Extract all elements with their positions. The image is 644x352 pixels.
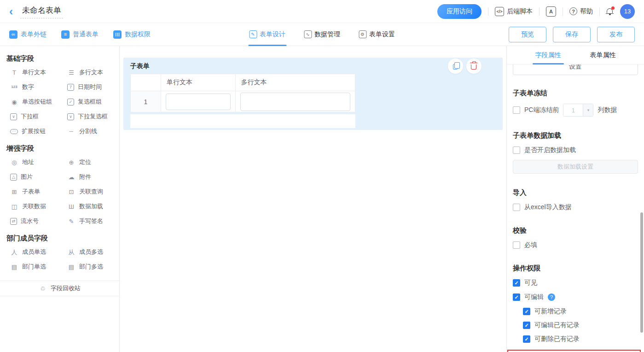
recycle-icon: ♲ (39, 286, 47, 292)
field-lookup-query[interactable]: ⊡关联查询 (67, 184, 119, 199)
tab-form-properties[interactable]: 表单属性 (590, 46, 616, 65)
field-member-multi[interactable]: 从成员多选 (67, 245, 119, 259)
crosshair-icon: ⊕ (67, 159, 75, 165)
notification-bell-icon[interactable] (606, 8, 614, 15)
checkbox-required[interactable] (513, 241, 520, 249)
field-attachment[interactable]: ☁附件 (67, 170, 119, 184)
field-datetime[interactable]: 7日期时间 (67, 80, 119, 94)
field-divider-line[interactable]: ┄分割线 (67, 124, 119, 139)
field-member-single[interactable]: 人成员单选 (10, 245, 62, 259)
link-icon: ∞ (9, 30, 17, 39)
field-signature[interactable]: ✎手写签名 (67, 214, 119, 229)
checkbox-can-add-record[interactable] (523, 308, 530, 315)
multi-dropdown-icon: ∨ (67, 113, 74, 120)
checkbox-excel-import[interactable] (513, 204, 520, 211)
field-address[interactable]: ◎地址 (10, 155, 62, 170)
divider (599, 7, 600, 16)
normal-form-button[interactable]: ≡ 普通表单 (61, 30, 99, 39)
divider (563, 7, 563, 16)
address-book-icon[interactable]: A (546, 6, 556, 17)
tab-data-management[interactable]: ∿ 数据管理 (303, 23, 341, 46)
trash-icon (471, 65, 476, 70)
subform-table: 单行文本 多行文本 1 (130, 74, 355, 112)
column-header-multi-line: 多行文本 (235, 74, 355, 91)
field-data-load[interactable]: Ш数据加载 (67, 199, 119, 214)
checkbox-enable-data-load[interactable] (513, 147, 520, 154)
field-serial-number[interactable]: ⇄流水号 (10, 214, 62, 229)
field-checkbox-group[interactable]: ✓复选框组 (67, 94, 119, 109)
multi-line-text-input[interactable] (240, 93, 350, 111)
field-linked-data[interactable]: ◫关联数据 (10, 199, 62, 214)
field-multi-line-text[interactable]: ☰多行文本 (67, 65, 119, 80)
tab-form-design[interactable]: ✎ 表单设计 (248, 23, 286, 46)
publish-button[interactable]: 发布 (597, 27, 635, 42)
field-image[interactable]: △图片 (10, 170, 62, 184)
cloud-upload-icon: ☁ (67, 174, 75, 180)
delete-widget-button[interactable] (466, 59, 482, 74)
tab-form-settings[interactable]: ⚙ 表单设置 (358, 23, 396, 46)
gear-icon: ⚙ (359, 30, 366, 38)
validation-title: 校验 (513, 226, 638, 235)
field-multi-select[interactable]: ∨下拉复选框 (67, 109, 119, 124)
data-permission-button[interactable]: ☰ 数据权限 (113, 30, 151, 39)
row-index: 1 (131, 91, 161, 112)
panel-scrollbar[interactable] (640, 212, 643, 333)
single-line-text-input[interactable] (166, 94, 231, 110)
app-access-button[interactable]: 应用访问 (437, 4, 482, 19)
freeze-column-select[interactable]: 1 ▾ (563, 104, 593, 117)
department-icon: ▤ (10, 264, 18, 270)
duplicate-widget-button[interactable] (448, 59, 463, 74)
text-icon: T (10, 70, 18, 76)
question-icon: ? (569, 7, 577, 15)
divider (539, 7, 540, 16)
back-icon[interactable]: ‹ (9, 6, 13, 17)
data-load-settings-button[interactable]: 数据加载设置 (513, 160, 638, 174)
field-location[interactable]: ⊕定位 (67, 155, 119, 170)
avatar[interactable]: 13 (620, 4, 635, 19)
field-dept-single[interactable]: ▤部门单选 (10, 259, 62, 274)
field-radio-group[interactable]: ◉单选按钮组 (10, 94, 62, 109)
field-recycle-bin[interactable]: ♲ 字段回收站 (0, 281, 119, 296)
checkbox-editable[interactable] (513, 293, 520, 301)
field-dept-multi[interactable]: ▤部门多选 (67, 259, 119, 274)
people-icon: 从 (67, 249, 75, 255)
subform-freeze-title: 子表单冻结 (513, 89, 638, 98)
linked-data-icon: ◫ (10, 204, 18, 210)
backend-script-button[interactable]: </> 后端脚本 (495, 7, 533, 16)
departments-icon: ▤ (67, 264, 75, 270)
design-icon: ✎ (249, 30, 257, 38)
code-icon: </> (495, 7, 504, 16)
subform-widget-selected[interactable]: 子表单 单行文本 多行文本 1 (123, 58, 503, 130)
app-header: ‹ 未命名表单 应用访问 </> 后端脚本 A ? 帮助 13 (0, 0, 644, 23)
mobile-display-style-highlight: 移动端显示样式 纵向展开显示 横向表格显示 (507, 350, 641, 352)
operation-permission-title: 操作权限 (513, 264, 638, 273)
checkbox-pc-freeze[interactable] (513, 106, 520, 114)
question-icon[interactable]: ? (548, 293, 555, 301)
field-number[interactable]: 123数字 (10, 80, 62, 94)
settings-button-clipped[interactable]: 设置 (513, 65, 638, 75)
table-row: 1 (131, 91, 355, 112)
section-title-enhanced-fields: 增强字段 (0, 144, 119, 155)
tab-field-properties[interactable]: 字段属性 (535, 46, 561, 65)
preview-button[interactable]: 预览 (509, 27, 546, 42)
checkbox-can-edit-record[interactable] (523, 322, 530, 329)
save-button[interactable]: 保存 (553, 27, 591, 42)
subform-widget-title: 子表单 (130, 62, 496, 70)
form-external-link-button[interactable]: ∞ 表单外链 (9, 30, 46, 39)
help-button[interactable]: ? 帮助 (569, 7, 593, 16)
field-single-line-text[interactable]: T单行文本 (10, 65, 62, 80)
document-icon: ≡ (61, 30, 70, 39)
field-palette: 基础字段 T单行文本 ☰多行文本 123数字 7日期时间 ◉单选按钮组 ✓复选框… (0, 46, 120, 352)
column-header-single-line: 单行文本 (161, 74, 235, 91)
search-link-icon: ⊡ (67, 189, 75, 195)
bars-icon: ☰ (113, 30, 122, 39)
properties-panel: 字段属性 表单属性 设置 子表单冻结 PC端冻结前 1 ▾ 列数据 子表单数据加… (506, 46, 644, 352)
field-select[interactable]: ∨下拉框 (10, 109, 62, 124)
form-canvas[interactable]: 子表单 单行文本 多行文本 1 (120, 46, 506, 352)
form-title[interactable]: 未命名表单 (20, 4, 63, 18)
copy-icon (453, 64, 458, 70)
field-extend-button[interactable]: ⋯扩展按钮 (10, 124, 62, 139)
checkbox-visible[interactable] (513, 279, 520, 287)
checkbox-can-delete-record[interactable] (523, 335, 530, 343)
field-subform[interactable]: ⊞子表单 (10, 184, 62, 199)
